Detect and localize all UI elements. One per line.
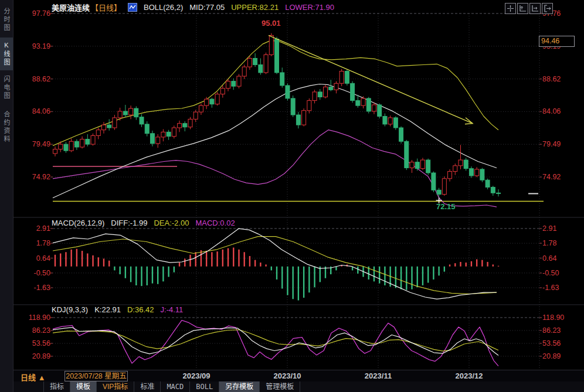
- first-date-label: 2023/07/28 星期五: [64, 371, 128, 381]
- sidebar-tab-lightning[interactable]: 闪电图: [0, 71, 13, 104]
- sidebar-tab-kline[interactable]: K线图: [0, 38, 13, 70]
- sidebar-tab-contract-info[interactable]: 合约资料: [0, 105, 13, 149]
- svg-text:93.19: 93.19: [32, 42, 50, 50]
- svg-text:2.91: 2.91: [542, 224, 556, 233]
- svg-text:1.78: 1.78: [36, 239, 50, 247]
- boll-upper-value: UPPER:82.21: [231, 3, 279, 12]
- toolbar-item-template[interactable]: 模板: [70, 381, 97, 392]
- svg-text:79.49: 79.49: [32, 140, 50, 148]
- high-price-label: 95.01: [262, 19, 281, 28]
- svg-text:53.56: 53.56: [542, 339, 561, 347]
- toolbar-item-indicators[interactable]: 指标: [43, 381, 70, 392]
- exit-chart-icon[interactable]: [542, 3, 553, 14]
- svg-text:118.90: 118.90: [542, 313, 564, 322]
- svg-text:0.64: 0.64: [542, 254, 556, 263]
- svg-text:20.89: 20.89: [542, 352, 561, 360]
- sidebar-tab-timeshare[interactable]: 分时图: [0, 4, 13, 36]
- svg-text:88.62: 88.62: [542, 75, 561, 83]
- svg-text:53.56: 53.56: [32, 339, 50, 347]
- svg-text:84.06: 84.06: [542, 107, 561, 115]
- chart-application-window: 97.7697.7693.1993.1988.6288.6284.0684.06…: [0, 0, 584, 392]
- month-label-oct: 2023/10: [274, 371, 301, 380]
- compress-scale-icon[interactable]: [517, 3, 528, 14]
- low-price-label: 72.15: [436, 202, 456, 211]
- svg-text:1.78: 1.78: [542, 239, 556, 247]
- toolbar-item-vip-indicators[interactable]: VIP指标: [97, 381, 134, 392]
- svg-text:-0.50: -0.50: [542, 269, 559, 277]
- price-tag: 94.46: [539, 36, 575, 47]
- macd-panel-header: MACD(26,12,9) DIFF:-1.99 DEA:-2.00 MACD:…: [52, 219, 242, 227]
- symbol-name: 美原油连续: [52, 2, 90, 13]
- month-label-sep: 2023/09: [183, 371, 210, 380]
- toolbar-item-macd[interactable]: MACD: [161, 381, 190, 392]
- svg-text:79.49: 79.49: [542, 140, 561, 148]
- period-dropdown-arrow: ▲: [38, 373, 46, 382]
- kdj-j-value: J:-4.11: [161, 305, 184, 314]
- boll-lower-value: LOWER:71.90: [285, 3, 334, 12]
- toolbar-item-save-template[interactable]: 另存模板: [219, 381, 260, 392]
- macd-diff-value: DIFF:-1.99: [111, 219, 147, 227]
- svg-text:88.62: 88.62: [32, 75, 50, 83]
- date-axis-row: 日线 ▲ 2023/07/28 星期五 2023/09 2023/10 2023…: [13, 370, 584, 383]
- svg-text:97.76: 97.76: [32, 9, 50, 18]
- svg-text:2.91: 2.91: [36, 224, 50, 233]
- svg-text:-0.50: -0.50: [34, 269, 51, 277]
- svg-text:74.92: 74.92: [32, 173, 50, 181]
- boll-mid-value: MID:77.05: [189, 3, 225, 12]
- toolbar-item-standard[interactable]: 标准: [134, 381, 161, 392]
- period-tag: 【日线】: [91, 2, 121, 13]
- left-sidebar: 分时图 K线图 闪电图 合约资料: [0, 0, 13, 392]
- chart-tool-icons: [505, 3, 554, 14]
- boll-indicator-label: BOLL(26,2): [144, 3, 183, 12]
- bottom-toolbar: 指标 模板 VIP指标 标准 MACD BOLL 另存模板 管理模板: [13, 381, 584, 392]
- svg-text:74.92: 74.92: [542, 173, 561, 181]
- expand-scale-icon[interactable]: [529, 3, 541, 14]
- toolbar-item-boll[interactable]: BOLL: [190, 381, 219, 392]
- chart-canvas[interactable]: 97.7697.7693.1993.1988.6288.6284.0684.06…: [0, 0, 584, 392]
- svg-text:84.06: 84.06: [32, 107, 50, 115]
- svg-text:118.90: 118.90: [29, 313, 50, 322]
- svg-text:-1.63: -1.63: [542, 284, 559, 292]
- toolbar-item-manage-template[interactable]: 管理模板: [260, 381, 300, 392]
- month-label-nov: 2023/11: [365, 371, 392, 380]
- svg-text:0.64: 0.64: [36, 254, 50, 263]
- kdj-d-value: D:36.42: [127, 305, 154, 314]
- macd-macd-value: MACD:0.02: [195, 219, 235, 227]
- crosshair-icon[interactable]: [505, 3, 516, 14]
- month-label-dec: 2023/12: [456, 371, 483, 380]
- indicator-chart-icon: [128, 3, 137, 12]
- svg-text:86.23: 86.23: [32, 326, 50, 335]
- period-label: 日线: [21, 373, 36, 382]
- svg-text:-1.63: -1.63: [34, 284, 51, 292]
- kdj-indicator-label: KDJ(9,3,3): [52, 305, 88, 314]
- kdj-panel-header: KDJ(9,3,3) K:22.91 D:36.42 J:-4.11: [52, 305, 189, 314]
- macd-indicator-label: MACD(26,12,9): [52, 219, 104, 227]
- svg-text:86.23: 86.23: [542, 326, 561, 335]
- macd-dea-value: DEA:-2.00: [154, 219, 189, 227]
- svg-text:20.89: 20.89: [32, 352, 50, 360]
- main-chart-header: 美原油连续 【日线】 BOLL(26,2) MID:77.05 UPPER:82…: [52, 2, 341, 13]
- kdj-k-value: K:22.91: [94, 305, 121, 314]
